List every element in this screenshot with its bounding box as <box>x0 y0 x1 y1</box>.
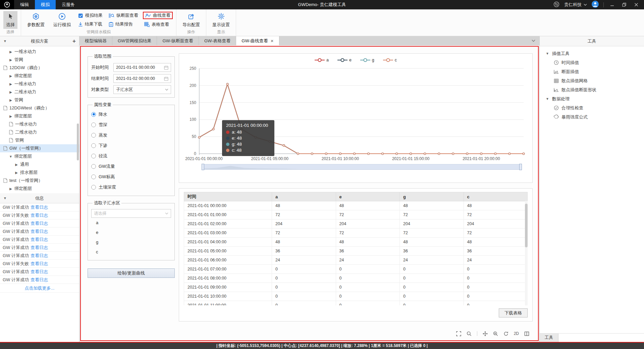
attribute-option-径流[interactable]: 径流 <box>91 151 171 161</box>
caret-down-icon[interactable]: ▼ <box>546 97 549 101</box>
column-header-c[interactable]: c <box>464 192 528 201</box>
view-log-link[interactable]: 查看日志 <box>31 269 48 275</box>
subcatchment-select[interactable]: 请选择 <box>91 209 171 218</box>
tree-item-绑定图层[interactable]: ▶绑定图层 <box>0 112 79 120</box>
tree-item-一维水动力[interactable]: ▶一维水动力 <box>0 48 79 56</box>
tree-item-排水图层[interactable]: ▶排水图层 <box>0 168 79 177</box>
legend-item-g[interactable]: g <box>360 58 374 62</box>
tree-scrollbar[interactable] <box>77 123 79 160</box>
sim-result-button[interactable]: 模拟结果 <box>77 12 104 19</box>
tree-item-二维水动力[interactable]: 二维水动力 <box>0 128 79 136</box>
radio-icon[interactable] <box>91 112 96 117</box>
run-simulation-button[interactable]: 运行模拟 <box>51 11 73 29</box>
caret-right-icon[interactable]: ▶ <box>9 114 12 118</box>
legend-item-a[interactable]: a <box>315 58 329 62</box>
zoom-window-icon[interactable] <box>467 331 472 336</box>
menu-云服务[interactable]: 云服务 <box>56 0 81 9</box>
table-row[interactable]: 2021-01-01 07:00:000000 <box>184 265 528 274</box>
select-tool-button[interactable]: 选择 <box>3 11 17 29</box>
attribute-option-GW流量[interactable]: GW流量 <box>91 161 171 171</box>
view-log-link[interactable]: 查看日志 <box>31 261 48 267</box>
tool-item-暴雨强度公式[interactable]: 暴雨强度公式 <box>540 112 644 121</box>
legend-item-e[interactable]: e <box>337 58 352 62</box>
tree-item-12DGW（耦合）[interactable]: 12DGW（耦合） <box>0 64 79 72</box>
caret-right-icon[interactable]: ▶ <box>9 98 12 102</box>
table-scrollbar[interactable] <box>525 201 528 305</box>
tool-item-散点插值断面形状[interactable]: 散点插值断面形状 <box>540 85 644 94</box>
download-table-button[interactable]: 下载表格 <box>499 308 528 317</box>
caret-right-icon[interactable]: ▶ <box>9 90 12 94</box>
sync-icon[interactable] <box>553 1 559 8</box>
caret-right-icon[interactable]: ▶ <box>9 58 12 62</box>
split-view-icon[interactable] <box>524 331 529 336</box>
table-row[interactable]: 2021-01-01 03:00:0072727272 <box>184 229 528 238</box>
table-row[interactable]: 2021-01-01 01:00:0072727272 <box>184 210 528 219</box>
tree-item-通用[interactable]: ▶通用 <box>0 160 79 168</box>
profile-view-button[interactable]: 纵断面查看 <box>107 12 140 19</box>
subcatchment-item-a[interactable]: a <box>91 218 171 228</box>
subcatchment-item-g[interactable]: g <box>91 237 171 247</box>
tool-item-时间插值[interactable]: 时间插值 <box>540 58 644 67</box>
column-header-g[interactable]: g <box>400 192 464 201</box>
table-row[interactable]: 2021-01-01 09:00:000000 <box>184 283 528 292</box>
view-log-link[interactable]: 查看日志 <box>31 212 48 218</box>
tree-item-绑定图层[interactable]: ▶绑定图层 <box>0 72 79 80</box>
tool-section-插值工具[interactable]: ▼插值工具 <box>540 49 644 58</box>
column-header-时间[interactable]: 时间 <box>184 192 272 201</box>
attribute-option-降水[interactable]: 降水 <box>91 109 171 119</box>
collapse-caret-icon[interactable]: ▼ <box>3 39 7 43</box>
radio-icon[interactable] <box>91 154 96 158</box>
tree-item-绑定图层[interactable]: ▶绑定图层 <box>0 185 79 193</box>
end-time-input[interactable]: 2021-01-02 00:00:00 <box>113 74 171 83</box>
attribute-option-GW标高[interactable]: GW标高 <box>91 171 171 182</box>
view-log-link[interactable]: 查看日志 <box>31 237 48 243</box>
caret-right-icon[interactable]: ▶ <box>15 163 18 166</box>
tree-item-管网[interactable]: 管网 <box>0 136 79 144</box>
attribute-option-土壤深度[interactable]: 土壤深度 <box>91 182 171 192</box>
collapse-caret-icon[interactable]: ▼ <box>3 196 7 200</box>
caret-right-icon[interactable]: ▶ <box>9 50 12 54</box>
radio-icon[interactable] <box>91 122 96 127</box>
table-row[interactable]: 2021-01-01 06:00:0024242424 <box>184 256 528 265</box>
draw-update-curve-button[interactable]: 绘制/更新曲线 <box>88 268 175 278</box>
start-time-input[interactable]: 2021-01-01 00:00:00 <box>113 63 171 72</box>
tools-bottom-tab[interactable]: 工具 <box>540 334 558 342</box>
legend-item-c[interactable]: c <box>383 58 397 62</box>
caret-right-icon[interactable]: ▶ <box>9 82 12 86</box>
tab-GW-纵断面查看[interactable]: GW-纵断面查看 <box>157 36 199 45</box>
radio-icon[interactable] <box>91 164 96 169</box>
tab-模型编辑器[interactable]: 模型编辑器 <box>79 36 112 45</box>
tree-item-12DGWtest（耦合）[interactable]: 12DGWtest（耦合） <box>0 104 79 112</box>
add-scheme-button[interactable]: + <box>72 38 76 44</box>
fit-extent-icon[interactable] <box>456 331 461 336</box>
minimize-button[interactable] <box>608 1 616 8</box>
tree-item-一维水动力[interactable]: ▶一维水动力 <box>0 80 79 88</box>
zoom-in-icon[interactable] <box>493 331 498 336</box>
datazoom-left-handle[interactable] <box>202 164 204 170</box>
tree-item-GW（一维管网）[interactable]: GW（一维管网） <box>0 144 79 152</box>
tree-item-管网[interactable]: ▶管网 <box>0 96 79 104</box>
caret-right-icon[interactable]: ▶ <box>9 187 12 191</box>
caret-down-icon[interactable]: ▼ <box>546 52 549 55</box>
subcatchment-item-e[interactable]: e <box>91 228 171 237</box>
result-download-button[interactable]: 结果下载 <box>77 21 104 28</box>
caret-right-icon[interactable]: ▶ <box>9 74 12 78</box>
datazoom-right-handle[interactable] <box>519 164 522 170</box>
tree-item-二维水动力[interactable]: ▶二维水动力 <box>0 88 79 96</box>
restore-button[interactable] <box>621 1 628 8</box>
mode-2d-button[interactable]: 2D <box>514 331 519 336</box>
datazoom-slider[interactable] <box>203 164 521 170</box>
menu-模拟[interactable]: 模拟 <box>35 0 56 9</box>
table-row[interactable]: 2021-01-01 00:00:0048484848 <box>184 201 528 210</box>
table-view-button[interactable]: 表格查看 <box>143 21 173 28</box>
close-button[interactable] <box>633 1 640 8</box>
attribute-option-雪深[interactable]: 雪深 <box>91 119 171 130</box>
table-row[interactable]: 2021-01-01 10:00:000000 <box>184 292 528 301</box>
user-avatar[interactable] <box>592 1 599 9</box>
result-report-button[interactable]: 结果报告 <box>107 21 140 28</box>
tree-item-test（一维管网）[interactable]: test（一维管网） <box>0 177 79 185</box>
subcatchment-item-c[interactable]: c <box>91 247 171 257</box>
pan-icon[interactable] <box>483 331 488 336</box>
export-config-button[interactable]: 导出配置 <box>180 11 203 29</box>
tree-item-绑定图层[interactable]: ▼绑定图层 <box>0 152 79 160</box>
